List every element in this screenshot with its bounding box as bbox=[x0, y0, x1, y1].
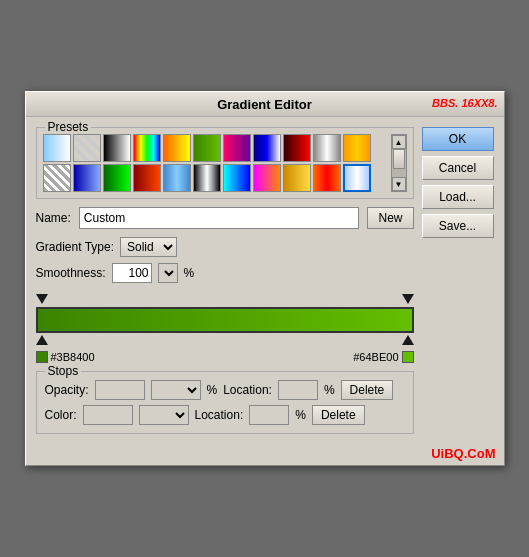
ok-button[interactable]: OK bbox=[422, 127, 494, 151]
presets-inner: ▲ ▼ bbox=[43, 134, 407, 192]
presets-grid bbox=[43, 134, 389, 192]
opacity-dropdown[interactable] bbox=[151, 380, 201, 400]
preset-item[interactable] bbox=[193, 164, 221, 192]
left-panel: Presets bbox=[36, 127, 414, 434]
dialog-body: Presets bbox=[26, 117, 504, 444]
smoothness-row: Smoothness: % bbox=[36, 263, 414, 283]
scroll-track bbox=[392, 149, 406, 177]
opacity-stops-top bbox=[36, 293, 414, 305]
preset-item[interactable] bbox=[223, 164, 251, 192]
preset-item[interactable] bbox=[73, 134, 101, 162]
preset-item[interactable] bbox=[73, 164, 101, 192]
color-label-left: #3B8400 bbox=[36, 351, 95, 363]
color-hex-left: #3B8400 bbox=[51, 351, 95, 363]
smoothness-input[interactable] bbox=[112, 263, 152, 283]
load-button[interactable]: Load... bbox=[422, 185, 494, 209]
preset-item[interactable] bbox=[223, 134, 251, 162]
name-row: Name: New bbox=[36, 207, 414, 229]
preset-item[interactable] bbox=[133, 134, 161, 162]
color-stop-left[interactable] bbox=[36, 335, 48, 345]
color-location-input[interactable] bbox=[249, 405, 289, 425]
preset-item[interactable] bbox=[163, 134, 191, 162]
preset-item[interactable] bbox=[103, 164, 131, 192]
right-panel: OK Cancel Load... Save... bbox=[422, 127, 494, 434]
opacity-location-input[interactable] bbox=[278, 380, 318, 400]
opacity-label: Opacity: bbox=[45, 383, 89, 397]
preset-item[interactable] bbox=[133, 164, 161, 192]
name-label: Name: bbox=[36, 211, 71, 225]
stops-group-label: Stops bbox=[45, 364, 82, 378]
presets-label: Presets bbox=[45, 120, 92, 134]
dialog-title: Gradient Editor bbox=[217, 97, 312, 112]
smoothness-unit: % bbox=[184, 266, 195, 280]
color-delete-button[interactable]: Delete bbox=[312, 405, 365, 425]
stops-group: Stops Opacity: % Location: % Delete Colo… bbox=[36, 371, 414, 434]
gradient-type-select[interactable]: Solid Noise bbox=[120, 237, 177, 257]
location-label-opacity: Location: bbox=[223, 383, 272, 397]
preset-item[interactable] bbox=[103, 134, 131, 162]
watermark: BBS. 16XX8. bbox=[432, 97, 497, 109]
opacity-stops-row: Opacity: % Location: % Delete bbox=[45, 380, 405, 400]
scroll-down-button[interactable]: ▼ bbox=[392, 177, 406, 191]
presets-group: Presets bbox=[36, 127, 414, 199]
preset-item[interactable] bbox=[283, 134, 311, 162]
gradient-bar[interactable] bbox=[36, 307, 414, 333]
color-labels-row: #3B8400 #64BE00 bbox=[36, 351, 414, 363]
opacity-location-unit: % bbox=[324, 383, 335, 397]
color-stop-right[interactable] bbox=[402, 335, 414, 345]
gradient-editor-dialog: Gradient Editor BBS. 16XX8. Presets bbox=[25, 91, 505, 466]
name-input[interactable] bbox=[79, 207, 360, 229]
color-stops-row: Color: Location: % Delete bbox=[45, 405, 405, 425]
scroll-thumb[interactable] bbox=[393, 149, 405, 169]
opacity-stop-right[interactable] bbox=[402, 293, 414, 305]
preset-item[interactable] bbox=[343, 134, 371, 162]
color-swatch-left[interactable] bbox=[36, 351, 48, 363]
preset-item[interactable] bbox=[313, 164, 341, 192]
opacity-unit: % bbox=[207, 383, 218, 397]
preset-item[interactable] bbox=[283, 164, 311, 192]
scroll-up-button[interactable]: ▲ bbox=[392, 135, 406, 149]
preset-item[interactable] bbox=[43, 134, 71, 162]
smoothness-dropdown[interactable] bbox=[158, 263, 178, 283]
title-bar: Gradient Editor BBS. 16XX8. bbox=[26, 92, 504, 117]
gradient-type-label: Gradient Type: bbox=[36, 240, 115, 254]
opacity-delete-button[interactable]: Delete bbox=[341, 380, 394, 400]
preset-item[interactable] bbox=[253, 134, 281, 162]
opacity-stop-left[interactable] bbox=[36, 293, 48, 305]
cancel-button[interactable]: Cancel bbox=[422, 156, 494, 180]
color-location-unit: % bbox=[295, 408, 306, 422]
preset-item[interactable] bbox=[313, 134, 341, 162]
gradient-bar-container bbox=[36, 293, 414, 345]
arrow-down-icon bbox=[402, 294, 414, 304]
presets-scrollbar: ▲ ▼ bbox=[391, 134, 407, 192]
color-label: Color: bbox=[45, 408, 77, 422]
color-swatch-right[interactable] bbox=[402, 351, 414, 363]
watermark-text: UiBQ.CoM bbox=[431, 446, 495, 461]
preset-item[interactable] bbox=[193, 134, 221, 162]
preset-item-selected[interactable] bbox=[343, 164, 371, 192]
location-label-color: Location: bbox=[195, 408, 244, 422]
smoothness-label: Smoothness: bbox=[36, 266, 106, 280]
gradient-type-row: Gradient Type: Solid Noise bbox=[36, 237, 414, 257]
save-button[interactable]: Save... bbox=[422, 214, 494, 238]
color-label-right: #64BE00 bbox=[353, 351, 413, 363]
bottom-watermark: UiBQ.CoM bbox=[26, 444, 504, 465]
color-input[interactable] bbox=[83, 405, 133, 425]
color-hex-right: #64BE00 bbox=[353, 351, 398, 363]
arrow-down-icon bbox=[36, 294, 48, 304]
opacity-input[interactable] bbox=[95, 380, 145, 400]
color-dropdown[interactable] bbox=[139, 405, 189, 425]
preset-item[interactable] bbox=[163, 164, 191, 192]
preset-item[interactable] bbox=[253, 164, 281, 192]
new-button[interactable]: New bbox=[367, 207, 413, 229]
preset-item[interactable] bbox=[43, 164, 71, 192]
color-stops-bottom bbox=[36, 335, 414, 345]
